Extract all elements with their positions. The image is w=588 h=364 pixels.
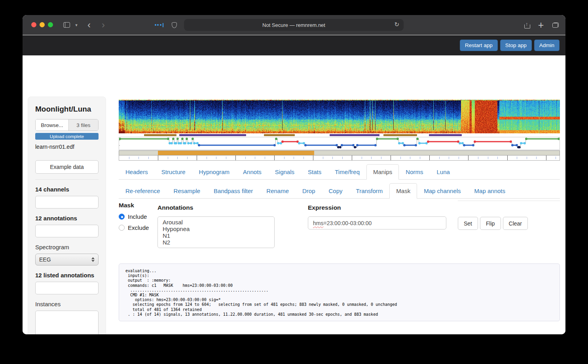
browser-toolbar: ▾ ‹ › Not Secure — remnrem.net ↻ ↑ + [23,15,565,35]
tab-manips[interactable]: Manips [366,164,399,180]
tab-time-freq[interactable]: Time/freq [328,164,366,180]
tab-signals[interactable]: Signals [268,164,301,180]
example-data-button[interactable]: Example data [35,160,99,174]
luna-console-output: evaluating... input(s): output : :memory… [119,264,560,321]
tab-structure[interactable]: Structure [155,164,192,180]
subtab-map-annots[interactable]: Map annots [468,183,512,199]
ruler-major-tick [546,155,546,160]
annotation-option[interactable]: N1 [158,232,274,239]
ruler-major-tick [313,155,313,160]
subtab-resample[interactable]: Resample [167,183,207,199]
forward-button[interactable]: › [98,15,108,35]
ruler-minor-tick [187,157,188,159]
annotation-option[interactable]: Hypopnea [158,226,274,232]
zoom-window-button[interactable] [48,22,53,27]
reload-icon[interactable]: ↻ [394,21,399,28]
subtab-bandpass-filter[interactable]: Bandpass filter [207,183,260,199]
include-radio-row: Include [119,213,149,220]
tab-norms[interactable]: Norms [399,164,430,180]
subtab-map-channels[interactable]: Map channels [417,183,467,199]
chevron-down-icon[interactable]: ▾ [73,15,80,35]
annotations-heading: Annotations [157,204,275,211]
subtab-rename[interactable]: Rename [260,183,296,199]
files-count-label: 3 files [69,119,98,131]
tab-group-icon[interactable] [153,15,165,35]
minimize-window-button[interactable] [40,22,45,27]
set-button[interactable]: Set [458,217,478,230]
console-line: . : 14 (of 14) signals, 13 annotations, … [125,312,553,317]
include-radio[interactable] [119,214,125,220]
stop-app-button[interactable]: Stop app [500,40,532,51]
ruler-minor-tick [400,157,401,159]
annotation-option[interactable]: N2 [158,239,274,246]
ruler-minor-tick [294,157,294,159]
expression-heading: Expression [308,204,446,211]
app-header: Restart app Stop app Admin [23,35,565,55]
address-bar-text: Not Secure — remnrem.net [262,22,325,28]
ruler-minor-tick [245,157,246,159]
ruler-minor-tick [497,157,498,159]
ruler-minor-tick [129,157,129,159]
close-window-button[interactable] [31,22,36,27]
address-bar[interactable]: Not Secure — remnrem.net ↻ [184,19,404,31]
subtab-mask[interactable]: Mask [389,183,417,199]
clear-button[interactable]: Clear [503,217,528,230]
tab-stats[interactable]: Stats [301,164,328,180]
tab-luna[interactable]: Luna [430,164,457,180]
app-header-buttons: Restart app Stop app Admin [460,40,560,51]
mask-selection-region [158,151,314,155]
subtab-re-reference[interactable]: Re-reference [119,183,167,199]
back-button[interactable]: ‹ [84,15,94,35]
ruler-minor-tick [527,157,527,159]
browse-button[interactable]: Browse... [36,119,69,131]
instances-listbox[interactable] [35,311,99,334]
subtab-copy[interactable]: Copy [322,183,349,199]
tab-annots[interactable]: Annots [236,164,268,180]
flip-button[interactable]: Flip [480,217,501,230]
ruler-minor-tick [449,157,449,159]
channels-input[interactable] [35,196,99,209]
subtab-drop[interactable]: Drop [296,183,322,199]
page-content: Moonlight/Luna Browse... 3 files Upload … [23,55,565,334]
new-tab-button[interactable]: + [536,15,546,35]
spectrogram-channel-select[interactable]: EEG [35,254,99,265]
annotation-option[interactable]: Arousal [158,219,274,226]
ruler-minor-tick [332,157,333,159]
exclude-radio-row: Exclude [119,224,149,231]
tab-headers[interactable]: Headers [119,164,155,180]
ruler-minor-tick [216,157,216,159]
annotations-input[interactable] [35,225,99,237]
share-button[interactable]: ↑ [522,15,532,35]
restart-app-button[interactable]: Restart app [460,40,498,51]
annotation-bar [383,134,417,136]
include-radio-label: Include [128,213,147,220]
sidebar-toggle-button[interactable] [61,15,72,35]
annotation-bars-strip [119,133,560,137]
manips-subtab-bar: Re-referenceResampleBandpass filterRenam… [119,183,560,199]
ruler-minor-tick [517,157,517,159]
privacy-shield-icon[interactable] [169,15,179,35]
expression-input[interactable]: hms=23:00:00-03:00:00 [308,216,446,229]
select-stepper-icon [91,257,95,262]
annotations-listbox[interactable]: ArousalHypopneaN1N2 [157,216,275,248]
tab-hypnogram[interactable]: Hypnogram [192,164,237,180]
ruler-minor-tick [420,157,420,159]
time-ruler[interactable] [119,155,560,161]
mask-mode-column: Mask Include Exclude [119,202,149,231]
exclude-radio[interactable] [119,225,125,231]
mask-band-track[interactable] [119,150,560,155]
expression-value-rest: =23:00:00-03:00:00 [323,220,372,226]
main-area: HeadersStructureHypnogramAnnotsSignalsSt… [119,98,560,321]
listed-annotations-input[interactable] [35,282,99,294]
admin-button[interactable]: Admin [534,40,560,51]
main-tab-bar: HeadersStructureHypnogramAnnotsSignalsSt… [119,164,560,180]
tab-overview-button[interactable] [550,15,561,35]
ruler-minor-tick [381,157,381,159]
signal-overview [119,100,560,161]
ruler-minor-tick [284,157,285,159]
ruler-major-tick [507,155,508,160]
ruler-minor-tick [265,157,265,159]
console-line: commands: c1 MASK hms=23:00:00-03:00:00 [125,283,553,288]
annotation-bar [179,134,246,136]
subtab-transform[interactable]: Transform [349,183,390,199]
